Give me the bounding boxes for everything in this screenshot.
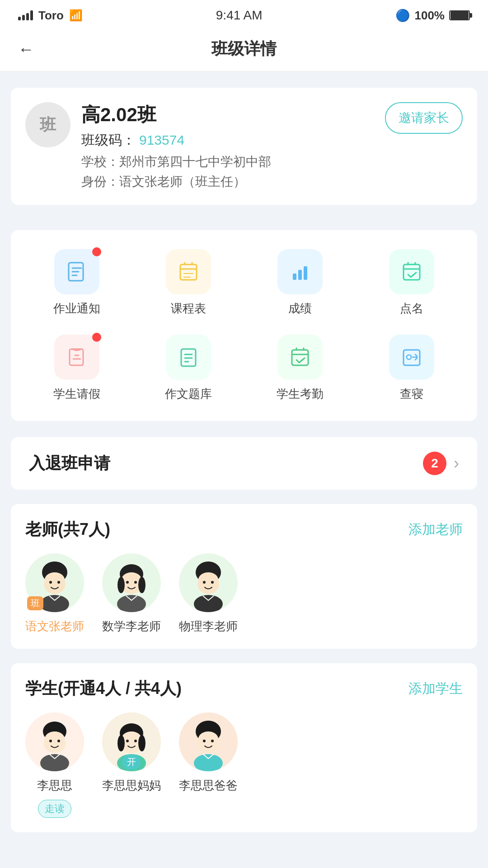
teacher-item-0[interactable]: 班 语文张老师 (25, 553, 84, 634)
dormitory-icon-wrap (389, 335, 434, 380)
svg-rect-13 (404, 264, 420, 280)
add-student-button[interactable]: 添加学生 (408, 679, 463, 698)
essay-label: 作文题库 (165, 386, 212, 402)
teachers-title: 老师(共7人) (25, 519, 110, 541)
teacher-avatar-1 (102, 553, 161, 612)
menu-item-dormitory[interactable]: 查寝 (360, 330, 463, 406)
student-item-1[interactable]: 开 李思思妈妈 (102, 712, 161, 818)
back-button[interactable]: ← (18, 40, 34, 59)
leave-label: 学生请假 (53, 386, 100, 402)
menu-item-leave[interactable]: 学生请假 (25, 330, 128, 406)
teacher-avatar-wrap-0: 班 (25, 553, 84, 612)
svg-point-48 (138, 577, 145, 593)
menu-item-attendance[interactable]: 点名 (360, 245, 463, 321)
svg-rect-17 (70, 349, 83, 365)
status-bar: Toro 📶 9:41 AM 🔵 100% (0, 0, 488, 27)
student-avatar-2 (179, 712, 238, 771)
teacher-name-2: 物理李老师 (179, 618, 238, 634)
page-title: 班级详情 (211, 38, 277, 60)
svg-point-54 (211, 581, 214, 584)
checkin-label: 学生考勤 (277, 386, 324, 402)
svg-point-76 (203, 740, 206, 742)
application-row[interactable]: 入退班申请 2 › (11, 437, 477, 490)
class-code-value: 913574 (139, 132, 184, 147)
add-teacher-button[interactable]: 添加老师 (408, 520, 463, 539)
svg-point-47 (117, 577, 125, 593)
students-list: 李思思 走读 (25, 712, 463, 818)
application-right: 2 › (423, 452, 459, 475)
grade-icon-wrap (277, 249, 323, 294)
student-avatar-wrap-2 (179, 712, 238, 771)
svg-point-53 (203, 581, 206, 584)
students-section: 学生(开通4人 / 共4人) 添加学生 (11, 663, 477, 832)
students-title: 学生(开通4人 / 共4人) (25, 678, 182, 700)
menu-item-checkin[interactable]: 学生考勤 (249, 330, 351, 406)
teacher-item-2[interactable]: 物理李老师 (179, 553, 238, 634)
class-details: 高2.02班 班级码：913574 学校：郑州市第四十七中学初中部 身份：语文张… (81, 102, 374, 190)
class-avatar: 班 (25, 102, 70, 147)
status-right: 🔵 100% (395, 9, 470, 23)
menu-item-schedule[interactable]: 课程表 (137, 245, 239, 321)
battery-percent: 100% (414, 9, 445, 23)
homework-badge (92, 247, 101, 256)
student-avatar-0 (25, 712, 84, 771)
svg-point-29 (407, 355, 411, 359)
svg-point-45 (134, 581, 137, 584)
carrier-label: Toro (38, 9, 64, 23)
menu-grid-card: 作业通知 课程表 (11, 230, 477, 421)
teacher-avatar-wrap-1 (102, 553, 161, 612)
class-code-label: 班级码： (81, 132, 136, 147)
students-header: 学生(开通4人 / 共4人) 添加学生 (25, 678, 463, 700)
class-school: 学校：郑州市第四十七中学初中部 (81, 153, 374, 170)
svg-point-69 (126, 740, 129, 742)
svg-point-36 (44, 574, 66, 594)
svg-point-60 (49, 740, 52, 742)
teacher-name-1: 数学李老师 (102, 618, 161, 634)
class-name: 高2.02班 (81, 102, 374, 127)
class-code: 班级码：913574 (81, 131, 374, 150)
svg-point-67 (117, 735, 125, 751)
chevron-right-icon: › (454, 454, 459, 473)
page-header: ← 班级详情 (0, 27, 488, 71)
student-name-2: 李思思爸爸 (179, 778, 238, 793)
menu-grid: 作业通知 课程表 (25, 245, 463, 406)
open-badge-1: 开 (122, 755, 141, 769)
teacher-item-1[interactable]: 数学李老师 (102, 553, 161, 634)
wifi-icon: 📶 (69, 9, 83, 22)
svg-point-44 (126, 581, 129, 584)
svg-point-68 (138, 735, 145, 751)
teachers-list: 班 语文张老师 (25, 553, 463, 634)
leave-icon-wrap (54, 335, 99, 380)
student-name-0: 李思思 (37, 778, 72, 793)
menu-item-grade[interactable]: 成绩 (249, 245, 351, 321)
class-badge: 班 (27, 596, 43, 610)
teacher-avatar-2 (179, 553, 238, 612)
schedule-label: 课程表 (171, 301, 206, 316)
status-time: 9:41 AM (216, 8, 263, 23)
student-avatar-wrap-1: 开 (102, 712, 161, 771)
student-item-2[interactable]: 李思思爸爸 (179, 712, 238, 818)
teacher-avatar-wrap-2 (179, 553, 238, 612)
battery-icon (449, 10, 470, 20)
menu-item-homework[interactable]: 作业通知 (25, 245, 128, 321)
svg-rect-10 (293, 274, 296, 280)
menu-item-essay[interactable]: 作文题库 (137, 330, 239, 406)
student-item-0[interactable]: 李思思 走读 (25, 712, 84, 818)
homework-label: 作业通知 (53, 301, 100, 316)
status-left: Toro 📶 (18, 9, 83, 23)
application-badge: 2 (423, 452, 446, 475)
svg-point-52 (197, 574, 219, 594)
svg-line-31 (415, 354, 417, 356)
student-name-1: 李思思妈妈 (102, 778, 161, 793)
homework-icon-wrap (54, 249, 99, 294)
svg-rect-24 (292, 350, 308, 365)
leave-badge (92, 333, 101, 342)
attendance-label: 点名 (400, 301, 423, 316)
invite-parent-button[interactable]: 邀请家长 (385, 102, 463, 134)
attendance-icon-wrap (389, 249, 434, 294)
student-status-badge-0: 走读 (38, 800, 71, 818)
svg-point-37 (49, 581, 52, 584)
checkin-icon-wrap (277, 335, 323, 380)
teachers-section: 老师(共7人) 添加老师 (11, 504, 477, 649)
svg-line-32 (415, 358, 417, 360)
